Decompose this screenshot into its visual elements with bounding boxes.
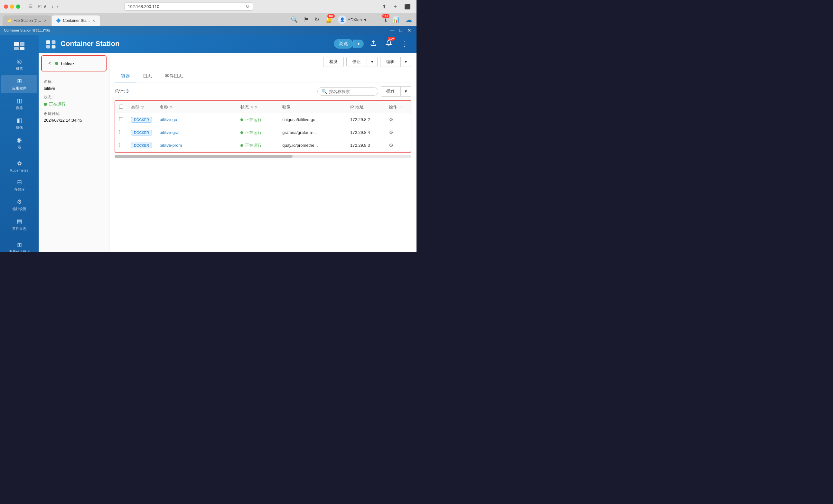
- main-content: Container Station 浏览 ▼ 10+ ⋮: [39, 35, 416, 252]
- status-text: 正在运行: [49, 101, 66, 107]
- stop-dropdown-button[interactable]: ▼: [367, 57, 378, 67]
- close-traffic-light[interactable]: [4, 4, 8, 9]
- preferences-icon: ⚙: [17, 198, 22, 205]
- row-settings-button-0[interactable]: ⚙: [389, 117, 393, 123]
- window-minimize-button[interactable]: —: [389, 28, 396, 33]
- stop-button[interactable]: 停止: [346, 57, 367, 67]
- container-name-1[interactable]: bililive-graf: [160, 130, 180, 135]
- breadcrumb-bar: < bililive: [41, 55, 106, 71]
- minimize-traffic-light[interactable]: [10, 4, 14, 9]
- table-container: 类型 ▽ 名称 ⇅ 状态 ▽: [115, 100, 411, 248]
- tab-containers[interactable]: 容器: [115, 71, 137, 82]
- horizontal-scrollbar[interactable]: [115, 155, 411, 158]
- status-sort-icon[interactable]: ⇅: [255, 105, 258, 109]
- maximize-traffic-light[interactable]: [16, 4, 20, 9]
- preferences-label: 偏好设置: [12, 207, 26, 212]
- tab-logs[interactable]: 日志: [137, 71, 158, 82]
- app-header-logo: [45, 38, 57, 50]
- search-toolbar-button[interactable]: 🔍: [289, 16, 300, 24]
- sidebar-item-containers[interactable]: ◫ 容器: [1, 95, 37, 113]
- back-navigation-button[interactable]: <: [47, 60, 52, 67]
- row-checkbox-0[interactable]: [119, 117, 123, 121]
- applications-icon: ⊞: [17, 77, 22, 85]
- notifications-toolbar-button[interactable]: 🔔 10+: [323, 16, 334, 24]
- col-header-status: 状态 ▽ ⇅: [237, 101, 279, 113]
- cloud-toolbar-button[interactable]: ↻: [312, 16, 321, 24]
- overview-icon: ◎: [17, 58, 22, 65]
- detect-button[interactable]: 检测: [323, 57, 344, 67]
- storage-label: 存储库: [14, 187, 25, 192]
- col-header-name: 名称 ⇅: [156, 101, 237, 113]
- user-menu-button[interactable]: 👤 YDXian ▼: [336, 15, 369, 24]
- browse-dropdown-button[interactable]: ▼: [353, 40, 364, 48]
- cloud-sync-button[interactable]: ☁: [404, 15, 414, 24]
- row-settings-button-1[interactable]: ⚙: [389, 129, 393, 136]
- sidebar-item-storage[interactable]: ⊟ 存储库: [1, 176, 37, 194]
- status-filter-icon[interactable]: ▽: [251, 105, 253, 109]
- kubernetes-icon: ✿: [17, 160, 22, 167]
- sidebar-item-event-log[interactable]: ▤ 事件日志: [1, 215, 37, 234]
- sidebar-item-app-templates[interactable]: ⊞ 应用程序模板: [1, 239, 37, 252]
- select-all-checkbox[interactable]: [119, 104, 123, 109]
- sidebar-item-kubernetes[interactable]: ✿ Kubernetes: [1, 158, 37, 175]
- edit-dropdown-button[interactable]: ▼: [401, 57, 411, 67]
- sidebar-item-applications[interactable]: ⊞ 应用程序: [1, 75, 37, 93]
- svg-rect-3: [20, 47, 24, 50]
- address-bar[interactable]: 192.168.200.110 ↻: [124, 2, 253, 10]
- sidebar-item-volumes[interactable]: ◉ 卷: [1, 134, 37, 152]
- import-icon: [370, 40, 377, 46]
- window-close-button[interactable]: ✕: [406, 28, 413, 33]
- macos-titlebar: ☰ ⊡ ∨ ‹ › 192.168.200.110 ↻ ⬆ ＋ ⬛: [0, 0, 416, 13]
- browse-button[interactable]: 浏览: [334, 39, 353, 49]
- new-tab-button[interactable]: ＋: [391, 3, 400, 10]
- row-checkbox-2[interactable]: [119, 143, 123, 147]
- info-button[interactable]: ℹ 10+: [383, 16, 389, 24]
- container-station-tab-close[interactable]: ✕: [92, 18, 96, 23]
- tab-bar-right: 🔍 ⚑ ↻ 🔔 10+ 👤 YDXian ▼ ⋯ ℹ 10+ 📊 ☁: [289, 15, 414, 26]
- tab-file-station[interactable]: 📁 File Station 文... ✕: [3, 16, 51, 26]
- type-filter-icon[interactable]: ▽: [141, 105, 144, 109]
- container-name-0[interactable]: bililive-go: [160, 117, 177, 122]
- search-input[interactable]: [329, 89, 374, 94]
- tab-container-station[interactable]: 🔷 Container Sta... ✕: [52, 16, 100, 26]
- file-station-tab-close[interactable]: ✕: [43, 18, 47, 23]
- split-button[interactable]: ⬛: [402, 3, 413, 10]
- col-header-ip: IP 地址: [346, 101, 385, 113]
- share-button[interactable]: ⬆: [380, 3, 388, 10]
- tab-event-logs[interactable]: 事件日志: [158, 71, 189, 82]
- forward-button[interactable]: ›: [55, 3, 60, 10]
- total-count: 3: [126, 89, 129, 94]
- user-icon: 👤: [340, 17, 345, 22]
- ops-dropdown-button[interactable]: ▼: [401, 86, 411, 97]
- row-ip-2: 172.29.8.3: [346, 139, 385, 152]
- edit-button[interactable]: 编辑: [380, 57, 401, 67]
- sidebar-item-overview[interactable]: ◎ 概览: [1, 55, 37, 74]
- flag-toolbar-button[interactable]: ⚑: [302, 16, 311, 24]
- docker-badge-2: DOCKER: [131, 143, 152, 148]
- sidebar-item-preferences[interactable]: ⚙ 偏好设置: [1, 196, 37, 214]
- svg-rect-6: [46, 45, 50, 49]
- name-sort-icon[interactable]: ⇅: [170, 105, 173, 109]
- chart-button[interactable]: 📊: [391, 16, 402, 24]
- event-log-label: 事件日志: [12, 226, 26, 231]
- add-container-button[interactable]: ＋: [399, 104, 404, 111]
- app-header: Container Station 浏览 ▼ 10+ ⋮: [39, 35, 416, 53]
- import-button[interactable]: [367, 38, 379, 50]
- window-maximize-button[interactable]: □: [399, 28, 404, 33]
- reload-icon[interactable]: ↻: [245, 4, 249, 9]
- row-settings-button-2[interactable]: ⚙: [389, 142, 393, 148]
- created-value: 2024/07/22 14:34:45: [44, 118, 104, 123]
- expand-icon-button[interactable]: ⊡ ∨: [36, 3, 48, 10]
- sidebar-toggle-button[interactable]: ☰: [27, 3, 34, 10]
- app-container: ◎ 概览 ⊞ 应用程序 ◫ 容器 ◧ 映像 ◉ 卷 ✿ Kubernetes ⊟…: [0, 35, 416, 252]
- back-button[interactable]: ‹: [50, 3, 54, 10]
- container-name-2[interactable]: bililive-prom: [160, 143, 182, 148]
- more-options-button[interactable]: ⋯: [371, 16, 381, 24]
- row-checkbox-1[interactable]: [119, 130, 123, 134]
- row-ip-1: 172.29.8.4: [346, 126, 385, 139]
- containers-icon: ◫: [17, 97, 22, 104]
- header-notifications-button[interactable]: 10+: [383, 38, 395, 50]
- ops-button[interactable]: 操作: [381, 86, 401, 97]
- header-more-button[interactable]: ⋮: [399, 39, 410, 49]
- sidebar-item-images[interactable]: ◧ 映像: [1, 114, 37, 133]
